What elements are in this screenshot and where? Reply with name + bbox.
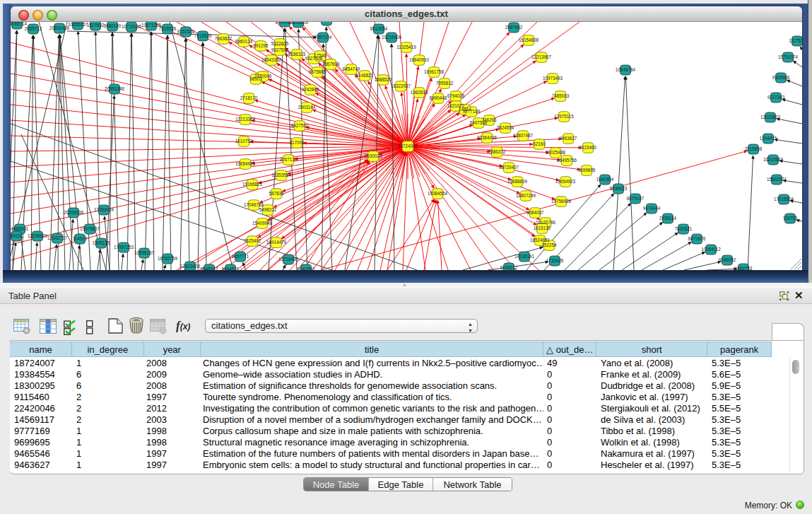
- svg-text:13716485: 13716485: [278, 257, 299, 262]
- svg-text:9329966: 9329966: [772, 75, 790, 80]
- svg-text:10807487: 10807487: [513, 133, 534, 138]
- svg-text:20691406: 20691406: [49, 25, 70, 30]
- svg-text:8454749: 8454749: [343, 66, 360, 71]
- svg-text:16543382: 16543382: [261, 57, 282, 62]
- svg-text:1527602: 1527602: [87, 23, 105, 28]
- svg-text:9875685: 9875685: [309, 69, 326, 74]
- svg-text:7357234: 7357234: [314, 35, 332, 40]
- svg-text:16154808: 16154808: [519, 37, 539, 42]
- svg-text:16782759: 16782759: [158, 256, 178, 261]
- svg-text:16033809: 16033809: [288, 22, 309, 25]
- svg-text:17546: 17546: [314, 53, 326, 58]
- svg-text:8471676: 8471676: [688, 236, 706, 241]
- svg-text:16210643: 16210643: [763, 157, 784, 162]
- svg-text:14136141: 14136141: [514, 254, 535, 259]
- svg-text:7625402: 7625402: [244, 238, 261, 243]
- svg-text:15720407: 15720407: [499, 165, 519, 170]
- svg-text:6497568: 6497568: [470, 120, 488, 125]
- svg-text:6966100: 6966100: [104, 23, 122, 28]
- svg-text:7632621: 7632621: [675, 226, 693, 231]
- svg-text:9699695: 9699695: [578, 168, 596, 173]
- svg-text:2055712: 2055712: [25, 26, 42, 31]
- svg-text:7485063: 7485063: [552, 93, 570, 98]
- svg-text:2935114: 2935114: [659, 216, 677, 221]
- svg-text:2087682: 2087682: [505, 25, 523, 30]
- svg-text:17016504: 17016504: [774, 197, 794, 201]
- svg-text:1505135: 1505135: [93, 240, 110, 245]
- svg-text:2867608: 2867608: [322, 62, 340, 66]
- svg-text:9241502: 9241502: [298, 267, 315, 270]
- svg-text:19166825: 19166825: [242, 182, 263, 187]
- svg-text:116753: 116753: [783, 216, 798, 221]
- svg-text:1485001: 1485001: [11, 226, 29, 231]
- svg-text:9151526: 9151526: [177, 29, 195, 34]
- svg-text:20206538: 20206538: [64, 210, 84, 215]
- svg-text:2530025: 2530025: [365, 153, 382, 158]
- svg-text:8990448: 8990448: [430, 95, 447, 100]
- svg-text:9645012: 9645012: [201, 267, 218, 270]
- svg-text:9657771: 9657771: [232, 254, 249, 259]
- svg-text:15692971: 15692971: [767, 177, 787, 182]
- svg-text:18524851: 18524851: [530, 238, 551, 243]
- svg-text:19756928: 19756928: [551, 199, 572, 204]
- svg-text:114519: 114519: [73, 236, 88, 241]
- svg-text:7515526: 7515526: [159, 26, 177, 31]
- svg-text:10719185: 10719185: [122, 24, 142, 29]
- svg-text:9327503: 9327503: [271, 47, 289, 52]
- svg-text:3215958: 3215958: [745, 146, 763, 151]
- svg-text:1244415: 1244415: [760, 136, 777, 141]
- svg-text:587835: 587835: [269, 191, 284, 196]
- svg-text:8813054: 8813054: [318, 22, 336, 23]
- svg-text:19654923: 19654923: [555, 179, 576, 184]
- svg-text:5498222: 5498222: [259, 207, 277, 212]
- svg-text:19975887: 19975887: [80, 226, 100, 231]
- svg-text:9084067: 9084067: [526, 210, 544, 215]
- svg-text:7663822: 7663822: [215, 36, 233, 41]
- svg-text:5938923: 5938923: [610, 186, 628, 191]
- svg-text:20553346: 20553346: [105, 86, 125, 91]
- svg-text:6479197: 6479197: [627, 196, 645, 201]
- svg-text:16495756: 16495756: [557, 158, 577, 163]
- svg-text:12923408: 12923408: [180, 264, 201, 269]
- svg-text:1660753: 1660753: [735, 266, 753, 270]
- svg-text:12213369: 12213369: [235, 117, 256, 122]
- svg-text:1610753: 1610753: [235, 139, 253, 144]
- svg-text:8960124: 8960124: [235, 39, 253, 44]
- svg-text:98901: 98901: [249, 76, 262, 81]
- svg-text:20364436: 20364436: [477, 135, 498, 140]
- svg-text:10973493: 10973493: [543, 76, 563, 81]
- svg-text:9146821: 9146821: [356, 73, 374, 78]
- svg-text:9245052: 9245052: [719, 257, 736, 262]
- svg-text:8813054: 8813054: [370, 26, 388, 31]
- svg-text:18807249: 18807249: [516, 193, 536, 198]
- svg-text:7886372: 7886372: [488, 149, 506, 154]
- svg-text:891295: 891295: [253, 43, 269, 48]
- svg-text:252254: 252254: [541, 243, 557, 247]
- svg-text:19218906: 19218906: [382, 35, 402, 40]
- svg-text:9777169: 9777169: [463, 109, 481, 114]
- svg-text:16914479: 16914479: [266, 240, 287, 245]
- svg-text:9463627: 9463627: [560, 136, 577, 141]
- svg-text:10054112: 10054112: [701, 247, 721, 252]
- svg-text:6794028: 6794028: [447, 93, 465, 98]
- svg-text:2718170: 2718170: [240, 95, 258, 100]
- svg-text:12156829: 12156829: [28, 233, 48, 238]
- svg-text:7955812: 7955812: [436, 81, 454, 86]
- svg-text:8427552: 8427552: [291, 123, 309, 128]
- svg-text:9115460: 9115460: [579, 145, 597, 150]
- svg-text:9474444: 9474444: [643, 206, 661, 211]
- svg-text:19384554: 19384554: [428, 191, 448, 196]
- svg-text:11353594: 11353594: [271, 173, 291, 177]
- svg-text:17957253: 17957253: [114, 245, 134, 250]
- svg-text:39151: 39151: [11, 233, 23, 238]
- svg-text:16961758: 16961758: [424, 69, 445, 74]
- svg-text:10688609: 10688609: [507, 179, 528, 184]
- svg-text:12213967: 12213967: [531, 54, 552, 59]
- svg-text:1615132: 1615132: [534, 226, 551, 230]
- svg-text:15751074: 15751074: [778, 54, 799, 59]
- svg-text:12342737: 12342737: [47, 235, 68, 240]
- svg-text:9227343: 9227343: [767, 95, 785, 100]
- svg-text:12975115: 12975115: [554, 114, 574, 119]
- svg-text:17046788: 17046788: [244, 202, 264, 207]
- svg-text:19654985: 19654985: [235, 161, 256, 166]
